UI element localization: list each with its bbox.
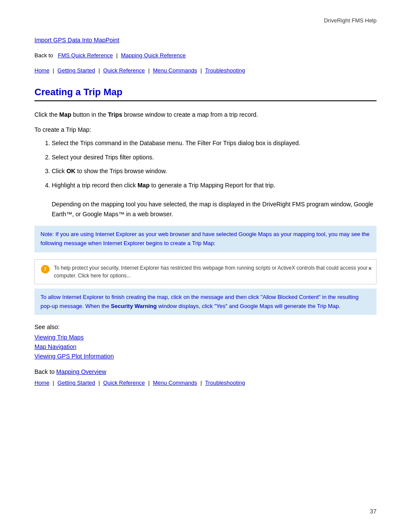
note-box: Note: If you are using Internet Explorer… (34, 226, 377, 252)
bottom-backto: Back to Mapping Overview (34, 368, 377, 375)
step3-text-before: Click (52, 168, 66, 174)
top-link-container: Import GPS Data Into MapPoint (34, 37, 377, 44)
step4-map-bold: Map (137, 182, 149, 189)
step4-text-before: Highlight a trip record then click (52, 182, 137, 189)
step-2: Select your desired Trips filter options… (52, 152, 377, 162)
step4-text-after: to generate a Trip Mapping Report for th… (149, 182, 275, 189)
breadcrumb-troubleshooting-top[interactable]: Troubleshooting (205, 67, 245, 74)
breadcrumb-bottom: Home | Getting Started | Quick Reference… (34, 380, 377, 386)
sep1-top: | (53, 67, 54, 74)
step-3: Click OK to show the Trips browse window… (52, 166, 377, 176)
map-navigation-link[interactable]: Map Navigation (34, 343, 377, 350)
allow-box-after: window displays, click "Yes" and Google … (157, 303, 340, 309)
step-4: Highlight a trip record then click Map t… (52, 180, 377, 219)
app-name: DriveRight FMS Help (34, 17, 377, 24)
step3-text-after: to show the Trips browse window. (75, 168, 167, 174)
ie-warning-box: ! To help protect your security, Interne… (34, 259, 377, 284)
see-also-label: See also: (34, 324, 377, 330)
breadcrumb-troubleshooting-bottom[interactable]: Troubleshooting (205, 380, 245, 386)
breadcrumb-quick-reference-bottom[interactable]: Quick Reference (103, 380, 145, 386)
step3-ok-bold: OK (66, 168, 75, 174)
bottom-backto-prefix: Back to (34, 368, 55, 375)
see-also-links-container: Viewing Trip Maps Map Navigation Viewing… (34, 334, 377, 360)
allow-box-bold: Security Warning (111, 303, 156, 309)
viewing-trip-maps-link[interactable]: Viewing Trip Maps (34, 334, 377, 341)
steps-list: Select the Trips command in the Database… (52, 138, 377, 219)
sep2-bottom: | (98, 380, 100, 386)
step2-text: Select your desired Trips filter options… (52, 154, 154, 161)
ie-warning-close[interactable]: × (368, 264, 372, 273)
step1-text-after: is displayed. (265, 140, 300, 146)
step1-text-before: Select the Trips command in the Database… (52, 140, 197, 146)
sep2-top: | (98, 67, 100, 74)
mapping-quick-reference-link[interactable]: Mapping Quick Reference (121, 52, 186, 59)
viewing-gps-plot-link[interactable]: Viewing GPS Plot Information (34, 353, 377, 360)
filter-trips-link[interactable]: Filter For Trips dialog box (197, 140, 265, 146)
step4-sub-text: Depending on the mapping tool you have s… (52, 201, 373, 217)
ie-warning-text: To help protect your security, Internet … (54, 264, 370, 280)
breadcrumb-menu-commands-top[interactable]: Menu Commands (153, 67, 197, 74)
breadcrumb-quick-reference-top[interactable]: Quick Reference (103, 67, 145, 74)
intro-text: Click the Map button in the Trips browse… (34, 110, 377, 119)
section-title: Creating a Trip Map (34, 87, 377, 101)
breadcrumb-top: Home | Getting Started | Quick Reference… (34, 67, 377, 74)
breadcrumb-getting-started-top[interactable]: Getting Started (57, 67, 95, 74)
sep1-bottom: | (53, 380, 54, 386)
sep3-bottom: | (148, 380, 149, 386)
fms-quick-reference-link[interactable]: FMS Quick Reference (58, 52, 113, 59)
breadcrumb-menu-commands-bottom[interactable]: Menu Commands (153, 380, 197, 386)
sep4-top: | (200, 67, 202, 74)
backto-separator1: | (116, 52, 118, 59)
step-1: Select the Trips command in the Database… (52, 138, 377, 148)
breadcrumb-home-top[interactable]: Home (34, 67, 50, 74)
breadcrumb-getting-started-bottom[interactable]: Getting Started (57, 380, 95, 386)
mapping-overview-link[interactable]: Mapping Overview (56, 368, 106, 375)
breadcrumb-home-bottom[interactable]: Home (34, 380, 50, 386)
page-number: 37 (370, 508, 377, 515)
backto-line: Back to FMS Quick Reference | Mapping Qu… (34, 52, 377, 59)
allow-box: To allow Internet Explorer to finish cre… (34, 289, 377, 315)
to-create-label: To create a Trip Map: (34, 126, 377, 133)
backto-prefix: Back to (34, 52, 53, 59)
sep3-top: | (148, 67, 149, 74)
ie-warning-icon: ! (41, 265, 50, 274)
sep4-bottom: | (200, 380, 202, 386)
import-gps-link[interactable]: Import GPS Data Into MapPoint (34, 37, 119, 44)
